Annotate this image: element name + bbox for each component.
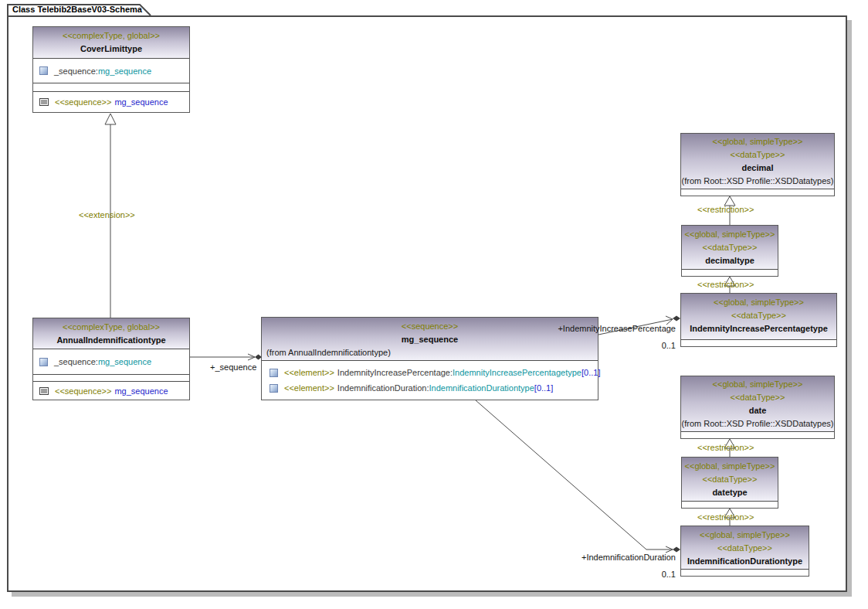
class-box-decimal[interactable]: <<global, simpleType>> <<dataType>> deci… <box>680 133 835 196</box>
edge-label-restriction-datetype: <<restriction>> <box>697 512 754 522</box>
diamond-indemnity-increase <box>673 316 680 322</box>
from-label: (from AnnualIndemnificationtype) <box>262 346 598 359</box>
stereotype-label: <<global, simpleType>> <box>682 228 778 241</box>
attribute-name: _sequence: <box>54 66 98 76</box>
edge-label-restriction-decimaltype: <<restriction>> <box>697 280 754 289</box>
class-box-indemnificationdurationtype[interactable]: <<global, simpleType>> <<dataType>> Inde… <box>680 526 809 577</box>
diagram-canvas: Class Telebib2BaseV03-Schema <box>0 0 868 609</box>
operation-name: mg_sequence <box>114 97 168 107</box>
stereotype-label: <<sequence>> <box>262 320 598 333</box>
stereotype-label: <<global, simpleType>> <box>681 296 836 309</box>
operations-icon <box>39 98 49 106</box>
operation-name: mg_sequence <box>114 386 168 396</box>
stereotype-label: <<complexType, global>> <box>33 321 189 334</box>
element-cardinality: [0..1] <box>581 368 600 377</box>
stereotype-label: <<global, simpleType>> <box>681 529 809 542</box>
empty-compartment <box>681 189 834 196</box>
element-type: IndemnityIncreasePercentagetype <box>453 368 581 377</box>
edge-multiplicity-indemnification-duration: 0..1 <box>653 570 676 579</box>
diagram-title: Class Telebib2BaseV03-Schema <box>12 5 142 14</box>
edge-label-restriction-decimal: <<restriction>> <box>697 205 754 214</box>
stereotype-label: <<dataType>> <box>681 148 834 162</box>
empty-compartment <box>33 375 189 382</box>
class-box-date[interactable]: <<global, simpleType>> <<dataType>> date… <box>680 376 835 439</box>
empty-compartment <box>681 570 809 576</box>
class-box-decimaltype[interactable]: <<global, simpleType>> <<dataType>> deci… <box>681 225 778 277</box>
stereotype-label: <<dataType>> <box>682 473 778 486</box>
diamond-indemnification-duration <box>673 547 680 553</box>
class-name: decimal <box>681 162 834 175</box>
element-row: <<element>>IndemnityIncreasePercentage:I… <box>262 365 598 380</box>
element-stereotype: <<element>> <box>284 383 334 393</box>
stereotype-label: <<complexType, global>> <box>33 29 189 43</box>
operation-stereotype: <<sequence>> <box>55 97 111 107</box>
stereotype-label: <<dataType>> <box>681 391 834 404</box>
edge-label-extension: <<extension>> <box>79 210 135 219</box>
element-name: IndemnityIncreasePercentage: <box>337 368 453 377</box>
class-box-datetype[interactable]: <<global, simpleType>> <<dataType>> date… <box>681 457 778 509</box>
edge-label-indemnification-duration: +IndemnificationDuration <box>552 553 676 562</box>
from-label: (from Root::XSD Profile::XSDDatatypes) <box>681 175 834 188</box>
stereotype-label: <<dataType>> <box>681 309 836 322</box>
class-name: datetype <box>682 486 778 499</box>
attribute-name: _sequence: <box>54 357 98 366</box>
class-name: decimaltype <box>682 254 778 267</box>
indemnification-duration-association-line <box>476 400 673 549</box>
attribute-type: mg_sequence <box>98 357 151 366</box>
operations-icon <box>39 387 49 395</box>
element-type: IndemnificationDurationtype <box>429 383 534 393</box>
edge-multiplicity-indemnity-increase: 0..1 <box>653 341 676 350</box>
empty-compartment <box>33 83 189 92</box>
attribute-icon <box>270 369 278 377</box>
element-name: IndemnificationDuration: <box>337 383 429 393</box>
attribute-icon <box>39 358 48 366</box>
stereotype-label: <<global, simpleType>> <box>682 460 778 473</box>
edge-label-restriction-date: <<restriction>> <box>697 443 754 452</box>
class-box-mg-sequence[interactable]: <<sequence>> mg_sequence (from AnnualInd… <box>261 317 598 400</box>
from-label: (from Root::XSD Profile::XSDDatatypes) <box>681 417 834 430</box>
empty-compartment <box>681 340 836 346</box>
edge-label-sequence: +_sequence <box>210 362 256 372</box>
class-box-coverlimittype[interactable]: <<complexType, global>> CoverLimittype _… <box>32 26 190 113</box>
element-stereotype: <<element>> <box>284 368 334 377</box>
stereotype-label: <<dataType>> <box>682 241 778 254</box>
attribute-icon <box>270 384 278 393</box>
class-name: IndemnityIncreasePercentagetype <box>681 322 836 335</box>
empty-compartment <box>682 270 778 276</box>
stereotype-label: <<global, simpleType>> <box>681 378 834 391</box>
class-box-annualindemnificationtype[interactable]: <<complexType, global>> AnnualIndemnific… <box>32 318 190 400</box>
class-name: AnnualIndemnificationtype <box>33 334 189 347</box>
element-row: <<element>>IndemnificationDuration:Indem… <box>262 380 598 396</box>
attribute-type: mg_sequence <box>98 66 151 76</box>
empty-compartment <box>682 502 778 508</box>
element-cardinality: [0..1] <box>534 383 553 393</box>
class-name: date <box>681 404 834 417</box>
attribute-icon <box>39 66 48 75</box>
empty-compartment <box>681 432 834 438</box>
class-name: IndemnificationDurationtype <box>681 555 809 568</box>
edge-label-indemnity-increase: +IndemnityIncreasePercentage <box>552 324 676 333</box>
stereotype-label: <<global, simpleType>> <box>681 135 834 148</box>
stereotype-label: <<dataType>> <box>681 542 809 555</box>
class-name: CoverLimittype <box>33 43 189 56</box>
triangle-extension <box>105 114 116 124</box>
class-name: mg_sequence <box>262 333 598 346</box>
operation-stereotype: <<sequence>> <box>55 386 111 396</box>
class-box-indemnityincreasepercentagetype[interactable]: <<global, simpleType>> <<dataType>> Inde… <box>680 293 837 347</box>
